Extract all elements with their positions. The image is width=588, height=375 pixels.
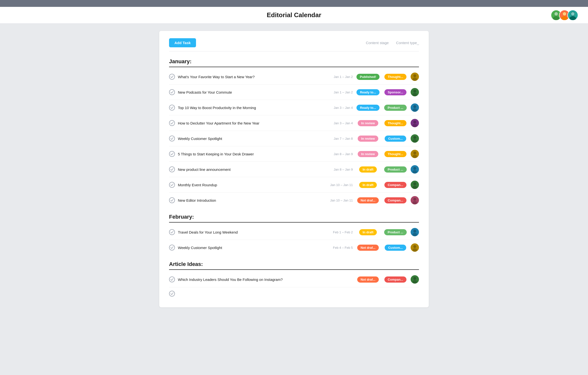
task-type[interactable]: Sponsor...: [383, 89, 408, 95]
task-type[interactable]: Custom...: [383, 245, 408, 251]
status-badge: In review: [358, 136, 378, 142]
svg-point-40: [413, 245, 416, 248]
header: Editorial Calendar: [0, 7, 588, 24]
svg-point-32: [413, 186, 417, 189]
task-status[interactable]: In review: [356, 151, 380, 157]
table-row[interactable]: Travel Deals for Your Long WeekendFeb 1 …: [169, 225, 419, 240]
avatar[interactable]: [411, 228, 419, 236]
task-dates: Jan 7 – Jan 8: [321, 137, 353, 140]
task-list-february: Travel Deals for Your Long WeekendFeb 1 …: [169, 225, 419, 255]
status-badge: In review: [358, 120, 378, 126]
task-check[interactable]: [169, 74, 175, 80]
svg-point-43: [413, 277, 416, 280]
task-type[interactable]: Thought...: [383, 74, 408, 80]
task-check[interactable]: [169, 229, 175, 235]
svg-point-22: [413, 136, 416, 139]
table-row[interactable]: Monthly Event RoundupJan 10 – Jan 11In d…: [169, 177, 419, 193]
svg-point-17: [413, 108, 417, 112]
task-title: Top 10 Way to Boost Productivity in the …: [178, 106, 318, 110]
table-row[interactable]: Weekly Customer SpotlightJan 7 – Jan 8In…: [169, 131, 419, 146]
task-check[interactable]: [169, 136, 175, 141]
task-type[interactable]: Compan...: [383, 276, 408, 283]
task-check[interactable]: [169, 245, 175, 250]
type-badge: Compan...: [384, 276, 407, 283]
task-status[interactable]: Ready to...: [356, 89, 380, 95]
task-type[interactable]: Custom...: [383, 136, 408, 142]
table-row[interactable]: New Editor IntroductionJan 10 – Jan 11No…: [169, 193, 419, 208]
filter-content-stage[interactable]: Content stage: [366, 41, 389, 45]
task-type[interactable]: Thought...: [383, 151, 408, 157]
task-status[interactable]: Ready to...: [356, 105, 380, 111]
header-avatars: [551, 10, 578, 21]
task-check[interactable]: [169, 166, 175, 172]
svg-point-13: [413, 90, 416, 93]
task-dates: Jan 3 – Jan 4: [321, 121, 353, 125]
task-check[interactable]: [169, 291, 175, 297]
task-type[interactable]: Compan...: [383, 197, 408, 203]
task-check[interactable]: [169, 105, 175, 111]
avatar[interactable]: [411, 103, 419, 112]
type-badge: Sponsor...: [384, 89, 407, 95]
table-row[interactable]: How to Declutter Your Apartment for the …: [169, 115, 419, 131]
svg-point-8: [571, 12, 575, 16]
table-row[interactable]: Which Industry Leaders Should You Be Fol…: [169, 272, 419, 287]
svg-point-4: [561, 16, 567, 20]
svg-point-7: [570, 16, 576, 20]
avatar[interactable]: [411, 165, 419, 174]
table-row[interactable]: New Podcasts for Your CommuteJan 1 – Jan…: [169, 85, 419, 100]
status-badge: In draft: [359, 166, 377, 173]
table-row[interactable]: Top 10 Way to Boost Productivity in the …: [169, 100, 419, 115]
type-badge: Product ...: [384, 105, 407, 111]
sections-container: January:What's Your Favorite Way to Star…: [169, 58, 419, 300]
task-check[interactable]: [169, 120, 175, 126]
avatar-3[interactable]: [567, 10, 578, 21]
table-row[interactable]: [169, 287, 419, 300]
table-row[interactable]: 5 Things to Start Keeping in Your Desk D…: [169, 146, 419, 162]
task-check[interactable]: [169, 276, 175, 282]
task-check[interactable]: [169, 89, 175, 95]
task-type[interactable]: Product ...: [383, 105, 408, 111]
task-check[interactable]: [169, 182, 175, 188]
task-check[interactable]: [169, 151, 175, 157]
task-status[interactable]: In draft: [356, 229, 380, 235]
section-header-february: February:: [169, 214, 419, 223]
type-badge: Product ...: [384, 229, 407, 235]
task-status[interactable]: Not draf...: [356, 276, 380, 283]
section-header-article-ideas: Article Ideas:: [169, 261, 419, 270]
type-badge: Compan...: [384, 182, 407, 188]
status-badge: In draft: [359, 182, 377, 188]
task-status[interactable]: In review: [356, 120, 380, 126]
filter-content-type[interactable]: Content type_: [396, 41, 419, 45]
status-badge: Not draf...: [357, 245, 379, 251]
table-row[interactable]: Weekly Customer SpotlightFeb 4 – Feb 5No…: [169, 240, 419, 255]
avatar[interactable]: [411, 134, 419, 143]
task-status[interactable]: In review: [356, 136, 380, 142]
avatar[interactable]: [411, 88, 419, 96]
avatar[interactable]: [411, 73, 419, 81]
avatar[interactable]: [411, 181, 419, 189]
task-dates: Feb 1 – Feb 2: [321, 230, 353, 234]
avatar[interactable]: [411, 119, 419, 127]
avatar[interactable]: [411, 243, 419, 252]
task-type[interactable]: Product ...: [383, 229, 408, 235]
svg-point-44: [413, 280, 417, 284]
task-status[interactable]: In draft: [356, 182, 380, 188]
avatar[interactable]: [411, 150, 419, 158]
task-type[interactable]: Thought...: [383, 120, 408, 126]
task-status[interactable]: In draft: [356, 166, 380, 173]
type-badge: Thought...: [384, 151, 407, 157]
svg-point-26: [413, 155, 417, 158]
table-row[interactable]: New product line announcementJan 8 – Jan…: [169, 162, 419, 177]
task-type[interactable]: Product ...: [383, 166, 408, 173]
task-status[interactable]: Not draf...: [356, 197, 380, 203]
task-check[interactable]: [169, 197, 175, 203]
avatar[interactable]: [411, 196, 419, 204]
task-type[interactable]: Compan...: [383, 182, 408, 188]
avatar[interactable]: [411, 275, 419, 284]
task-status[interactable]: Published!: [356, 74, 380, 80]
task-status[interactable]: Not draf...: [356, 245, 380, 251]
main-content: Add Task Content stage Content type_ Jan…: [159, 31, 429, 307]
task-dates: Jan 8 – Jan 9: [321, 152, 353, 156]
table-row[interactable]: What's Your Favorite Way to Start a New …: [169, 69, 419, 85]
add-task-button[interactable]: Add Task: [169, 38, 196, 47]
